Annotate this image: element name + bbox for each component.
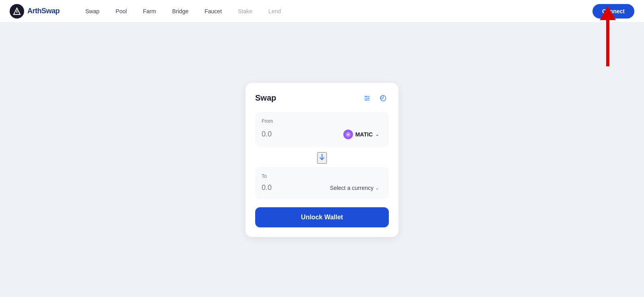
logo-icon [10, 4, 24, 19]
svg-point-5 [365, 96, 367, 97]
svg-point-6 [368, 97, 369, 99]
nav-pool[interactable]: Pool [109, 5, 133, 18]
to-section: To Select a currency ⌄ [255, 167, 389, 199]
to-amount-input[interactable] [262, 184, 310, 192]
logo-area: ArthSwap [10, 4, 60, 19]
navbar: ArthSwap Swap Pool Farm Bridge Faucet St… [0, 0, 644, 23]
to-label: To [262, 173, 382, 179]
header-icons [361, 93, 389, 104]
swap-arrow-container [255, 149, 389, 167]
nav-swap[interactable]: Swap [79, 5, 106, 18]
swap-direction-button[interactable] [317, 152, 327, 164]
to-input-row: Select a currency ⌄ [262, 183, 382, 193]
nav-links: Swap Pool Farm Bridge Faucet Stake Lend [79, 5, 592, 18]
nav-faucet[interactable]: Faucet [198, 5, 228, 18]
unlock-wallet-button[interactable]: Unlock Wallet [255, 207, 389, 227]
history-icon [380, 95, 387, 102]
from-input-row: MATIC ⌄ [262, 128, 382, 141]
nav-stake: Stake [231, 5, 259, 18]
history-button[interactable] [378, 93, 389, 104]
nav-lend: Lend [262, 5, 287, 18]
from-token-name: MATIC [355, 131, 373, 138]
to-currency-selector[interactable]: Select a currency ⌄ [327, 183, 382, 193]
swap-card: Swap [246, 83, 398, 237]
from-amount-input[interactable] [262, 130, 310, 138]
app-name: ArthSwap [27, 7, 60, 15]
from-label: From [262, 118, 382, 124]
settings-button[interactable] [361, 93, 373, 104]
main-content: Swap [0, 23, 644, 297]
from-chevron-icon: ⌄ [375, 132, 379, 137]
nav-farm[interactable]: Farm [136, 5, 163, 18]
to-chevron-icon: ⌄ [375, 185, 379, 191]
swap-title: Swap [255, 93, 276, 103]
annotation-arrow [592, 4, 624, 68]
from-token-selector[interactable]: MATIC ⌄ [340, 128, 382, 141]
svg-marker-13 [600, 6, 616, 20]
settings-icon [363, 95, 371, 102]
from-section: From MATIC ⌄ [255, 112, 389, 147]
svg-point-7 [366, 99, 367, 101]
nav-bridge[interactable]: Bridge [166, 5, 195, 18]
swap-card-header: Swap [255, 93, 389, 104]
select-currency-label: Select a currency [330, 185, 374, 191]
swap-down-arrow-icon [318, 153, 326, 161]
matic-icon [343, 130, 353, 139]
